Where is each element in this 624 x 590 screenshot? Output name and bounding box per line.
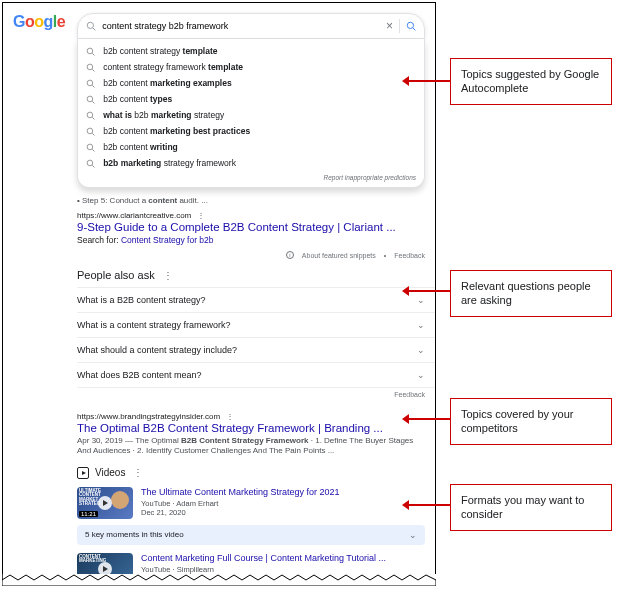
svg-line-1 — [93, 28, 96, 31]
result-snippet: Apr 30, 2019 — The Optimal B2B Content S… — [77, 436, 435, 457]
video-title-link[interactable]: The Ultimate Content Marketing Strategy … — [141, 487, 340, 497]
callout-formats: Formats you may want to consider — [450, 484, 612, 531]
about-featured-link[interactable]: About featured snippets — [302, 252, 376, 259]
search-icon — [86, 127, 95, 136]
info-icon[interactable]: i — [286, 251, 294, 259]
chevron-down-icon: ⌄ — [417, 320, 425, 330]
search-for-link[interactable]: Content Strategy for b2b — [121, 235, 214, 245]
result-cite[interactable]: https://www.clariantcreative.com⋮ — [77, 211, 435, 220]
google-logo[interactable]: Google — [13, 13, 65, 31]
autocomplete-suggestion[interactable]: what is b2b marketing strategy — [78, 107, 424, 123]
video-thumbnail[interactable]: ULTIMATECONTENTMARKETSTRATEG11:21 — [77, 487, 133, 519]
more-icon[interactable]: ⋮ — [226, 412, 234, 421]
chevron-down-icon: ⌄ — [409, 530, 417, 540]
video-title-link[interactable]: Content Marketing Full Course | Content … — [141, 553, 386, 563]
callout-competitors: Topics covered by your competitors — [450, 398, 612, 445]
header: Google × b2b content strategy templateco… — [3, 3, 435, 188]
svg-line-9 — [92, 85, 94, 87]
autocomplete-dropdown: b2b content strategy templatecontent str… — [77, 39, 425, 188]
video-result[interactable]: ULTIMATECONTENTMARKETSTRATEG11:21The Ult… — [77, 487, 435, 519]
autocomplete-suggestion[interactable]: b2b content writing — [78, 139, 424, 155]
search-input[interactable] — [102, 21, 386, 31]
arrow — [408, 504, 450, 506]
autocomplete-suggestion[interactable]: content strategy framework template — [78, 59, 424, 75]
chevron-down-icon: ⌄ — [417, 345, 425, 355]
result-title-link[interactable]: The Optimal B2B Content Strategy Framewo… — [77, 422, 435, 434]
search-box[interactable]: × — [77, 13, 425, 39]
report-predictions-link[interactable]: Report inappropriate predictions — [78, 171, 424, 185]
svg-line-3 — [413, 28, 416, 31]
chevron-down-icon: ⌄ — [417, 370, 425, 380]
arrow — [408, 418, 450, 420]
paa-question[interactable]: What does B2B content mean?⌄ — [77, 362, 435, 387]
result-title-link[interactable]: 9-Step Guide to a Complete B2B Content S… — [77, 221, 435, 233]
svg-line-7 — [92, 69, 94, 71]
search-submit-icon[interactable] — [406, 21, 416, 31]
svg-point-10 — [87, 96, 93, 102]
svg-line-11 — [92, 101, 94, 103]
featured-bullet: • Step 5: Conduct a content audit. ... — [77, 196, 435, 205]
svg-point-4 — [87, 48, 93, 54]
more-icon[interactable]: ⋮ — [197, 211, 205, 220]
paa-question[interactable]: What is a B2B content strategy?⌄ — [77, 287, 435, 312]
search-icon — [86, 111, 95, 120]
divider — [399, 19, 400, 33]
svg-point-0 — [87, 22, 93, 28]
video-duration: 11:21 — [79, 511, 98, 517]
callout-autocomplete: Topics suggested by Google Autocomplete — [450, 58, 612, 105]
feedback-link[interactable]: Feedback — [394, 252, 425, 259]
svg-point-18 — [87, 160, 93, 166]
search-icon — [86, 21, 96, 31]
featured-meta: i About featured snippets • Feedback — [77, 251, 435, 259]
video-date: Dec 21, 2020 — [141, 508, 340, 517]
search-icon — [86, 159, 95, 168]
play-icon — [98, 496, 112, 510]
autocomplete-suggestion[interactable]: b2b content marketing examples — [78, 75, 424, 91]
more-icon[interactable]: ⋮ — [163, 270, 173, 281]
autocomplete-suggestion[interactable]: b2b content strategy template — [78, 43, 424, 59]
video-meta: YouTube · Simplilearn — [141, 565, 386, 574]
search-icon — [86, 95, 95, 104]
screenshot-frame: Google × b2b content strategy templateco… — [2, 2, 436, 586]
feedback-link[interactable]: Feedback — [77, 388, 435, 398]
paa-list: What is a B2B content strategy?⌄What is … — [77, 287, 435, 388]
arrow — [408, 80, 450, 82]
svg-point-8 — [87, 80, 93, 86]
chevron-down-icon: ⌄ — [417, 295, 425, 305]
svg-line-19 — [92, 165, 94, 167]
paa-heading: People also ask⋮ — [77, 269, 435, 281]
paa-question[interactable]: What is a content strategy framework?⌄ — [77, 312, 435, 337]
search-icon — [86, 63, 95, 72]
key-moments-expander[interactable]: 5 key moments in this video⌄ — [77, 525, 425, 545]
autocomplete-suggestion[interactable]: b2b content marketing best practices — [78, 123, 424, 139]
svg-point-2 — [407, 22, 413, 28]
svg-line-17 — [92, 149, 94, 151]
svg-point-12 — [87, 112, 93, 118]
video-meta: YouTube · Adam Erhart — [141, 499, 340, 508]
video-icon — [77, 467, 89, 479]
videos-heading: Videos ⋮ — [77, 467, 435, 479]
autocomplete-suggestion[interactable]: b2b marketing strategy framework — [78, 155, 424, 171]
svg-point-14 — [87, 128, 93, 134]
torn-edge — [2, 574, 436, 586]
more-icon[interactable]: ⋮ — [133, 467, 143, 478]
search-icon — [86, 143, 95, 152]
svg-point-6 — [87, 64, 93, 70]
clear-icon[interactable]: × — [386, 19, 393, 33]
arrow — [408, 290, 450, 292]
search-icon — [86, 79, 95, 88]
svg-line-13 — [92, 117, 94, 119]
svg-line-5 — [92, 53, 94, 55]
search-icon — [86, 47, 95, 56]
paa-question[interactable]: What should a content strategy include?⌄ — [77, 337, 435, 362]
result-cite[interactable]: https://www.brandingstrategyinsider.com⋮ — [77, 412, 435, 421]
organic-result: https://www.brandingstrategyinsider.com⋮… — [77, 412, 435, 457]
callout-paa: Relevant questions people are asking — [450, 270, 612, 317]
svg-line-15 — [92, 133, 94, 135]
results-area: • Step 5: Conduct a content audit. ... h… — [3, 196, 435, 590]
svg-point-16 — [87, 144, 93, 150]
autocomplete-suggestion[interactable]: b2b content types — [78, 91, 424, 107]
search-wrap: × b2b content strategy templatecontent s… — [77, 13, 425, 188]
search-for-row: Search for: Content Strategy for b2b — [77, 235, 435, 245]
